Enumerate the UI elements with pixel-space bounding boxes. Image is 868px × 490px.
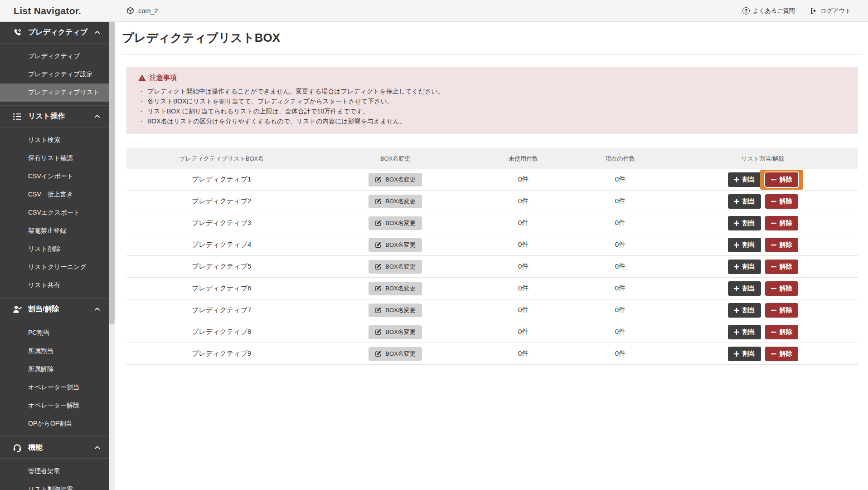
- assign-button[interactable]: 割当: [728, 260, 761, 274]
- release-button[interactable]: 解除: [765, 303, 798, 318]
- col-header-current: 現在の件数: [573, 155, 668, 163]
- plus-icon: [734, 242, 739, 248]
- sidebar-item[interactable]: OPからOP割当: [0, 415, 109, 433]
- chevron-up-icon: [94, 306, 101, 313]
- sidebar-item[interactable]: プレディクティブ設定: [0, 65, 109, 83]
- sidebar-item[interactable]: オペレーター解除: [0, 397, 109, 415]
- sidebar-item[interactable]: プレディクティブ: [0, 47, 109, 65]
- sidebar-item[interactable]: リストクリーニング: [0, 258, 109, 276]
- rename-box-button[interactable]: BOX名変更: [369, 304, 422, 317]
- sidebar-item[interactable]: プレディクティブリスト: [0, 83, 109, 102]
- release-button[interactable]: 解除: [765, 194, 798, 209]
- sidebar-section-header[interactable]: リスト操作: [0, 106, 109, 127]
- edit-icon: [375, 328, 382, 335]
- sidebar-item[interactable]: CSVエクスポート: [0, 204, 109, 222]
- sidebar-item[interactable]: リスト共有: [0, 276, 109, 294]
- logout-label: ログアウト: [820, 7, 851, 15]
- sidebar-section-label: リスト操作: [28, 112, 65, 121]
- table-row: プレディクティブ6 BOX名変更 0件 0件 割当 解除: [126, 278, 858, 299]
- table-row: プレディクティブ7 BOX名変更 0件 0件 割当 解除: [126, 299, 858, 321]
- unused-count: 0件: [518, 306, 529, 314]
- box-name: プレディクティブ2: [192, 197, 251, 206]
- sidebar-item[interactable]: リスト制御架電: [0, 480, 109, 490]
- assign-button[interactable]: 割当: [728, 303, 761, 318]
- edit-icon: [375, 198, 382, 205]
- highlight-frame: 解除: [765, 347, 798, 361]
- current-count: 0件: [615, 284, 626, 293]
- edit-icon: [375, 220, 382, 226]
- sidebar-section-header[interactable]: 割当/解除: [0, 299, 109, 320]
- sidebar-item[interactable]: 所属解除: [0, 360, 109, 378]
- sidebar-scrollbar-thumb[interactable]: [109, 22, 115, 324]
- sidebar-item[interactable]: 管理者架電: [0, 462, 109, 480]
- rename-box-button[interactable]: BOX名変更: [369, 325, 422, 339]
- release-button[interactable]: 解除: [765, 238, 798, 252]
- sidebar-item[interactable]: 所属割当: [0, 342, 109, 360]
- cube-icon: [126, 7, 134, 15]
- sidebar-scrollbar-track[interactable]: [109, 22, 115, 490]
- unused-count: 0件: [518, 284, 529, 293]
- warning-icon: [138, 74, 146, 82]
- col-header-rename: BOX名変更: [317, 155, 474, 163]
- unused-count: 0件: [518, 240, 529, 249]
- release-button[interactable]: 解除: [765, 325, 798, 339]
- highlight-frame: 解除: [765, 260, 798, 274]
- rename-box-button[interactable]: BOX名変更: [369, 216, 422, 230]
- release-button[interactable]: 解除: [765, 260, 798, 274]
- assign-button[interactable]: 割当: [728, 172, 761, 187]
- rename-box-button[interactable]: BOX名変更: [369, 347, 422, 361]
- release-button[interactable]: 解除: [765, 172, 798, 187]
- box-name: プレディクティブ7: [192, 306, 251, 314]
- notice-box: 注意事項 プレディクト開始中は操作することができません。変更する場合はプレディク…: [126, 67, 858, 134]
- table-row: プレディクティブ5 BOX名変更 0件 0件 割当 解除: [126, 256, 858, 278]
- assign-button[interactable]: 割当: [728, 216, 761, 230]
- minus-icon: [771, 286, 776, 291]
- release-button[interactable]: 解除: [765, 347, 798, 361]
- sidebar-item[interactable]: リスト削除: [0, 240, 109, 258]
- rename-box-button[interactable]: BOX名変更: [369, 260, 422, 274]
- table-row: プレディクティブ3 BOX名変更 0件 0件 割当 解除: [126, 212, 858, 234]
- sidebar-item[interactable]: CSVインポート: [0, 167, 109, 186]
- current-count: 0件: [615, 219, 626, 227]
- sidebar-item[interactable]: リスト検索: [0, 131, 109, 149]
- sidebar-section-label: プレディクティブ: [28, 28, 87, 37]
- rename-box-button[interactable]: BOX名変更: [369, 195, 422, 208]
- sidebar-item[interactable]: 架電禁止登録: [0, 222, 109, 240]
- assign-button[interactable]: 割当: [728, 325, 761, 339]
- sidebar-item[interactable]: CSV一括上書き: [0, 186, 109, 204]
- plus-icon: [734, 199, 739, 204]
- assign-button[interactable]: 割当: [728, 238, 761, 252]
- edit-icon: [375, 176, 382, 183]
- minus-icon: [771, 220, 776, 226]
- chevron-up-icon: [94, 29, 101, 36]
- highlight-frame: 解除: [765, 303, 798, 318]
- assign-button[interactable]: 割当: [728, 347, 761, 361]
- topbar: List Navigator. com_2 ? よくあるご質問 ログアウト: [0, 0, 868, 22]
- table-row: プレディクティブ9 BOX名変更 0件 0件 割当 解除: [126, 343, 858, 365]
- sidebar-item[interactable]: オペレーター割当: [0, 378, 109, 397]
- rename-box-button[interactable]: BOX名変更: [369, 173, 422, 186]
- logout-link[interactable]: ログアウト: [810, 7, 851, 15]
- sidebar-item[interactable]: PC割当: [0, 324, 109, 342]
- box-name: プレディクティブ6: [192, 284, 251, 293]
- chevron-up-icon: [94, 113, 101, 120]
- current-count: 0件: [615, 197, 626, 206]
- rename-box-button[interactable]: BOX名変更: [369, 282, 422, 295]
- faq-link[interactable]: ? よくあるご質問: [742, 7, 795, 15]
- main-content: プレディクティブリストBOX 注意事項 プレディクト開始中は操作することができま…: [115, 22, 868, 490]
- release-button[interactable]: 解除: [765, 216, 798, 230]
- sidebar-item[interactable]: 保有リスト確認: [0, 149, 109, 167]
- assign-button[interactable]: 割当: [728, 194, 761, 209]
- assign-button[interactable]: 割当: [728, 281, 761, 296]
- box-name: プレディクティブ3: [192, 219, 251, 227]
- rename-box-button[interactable]: BOX名変更: [369, 238, 422, 252]
- minus-icon: [771, 199, 776, 204]
- plus-icon: [734, 220, 739, 226]
- sidebar-section-header[interactable]: プレディクティブ: [0, 22, 109, 44]
- col-header-unused: 未使用件数: [474, 155, 573, 163]
- unused-count: 0件: [518, 349, 529, 358]
- sidebar-section-header[interactable]: 機能: [0, 437, 109, 459]
- release-button[interactable]: 解除: [765, 281, 798, 296]
- plus-icon: [734, 351, 739, 357]
- phone-volume-icon: [13, 28, 22, 37]
